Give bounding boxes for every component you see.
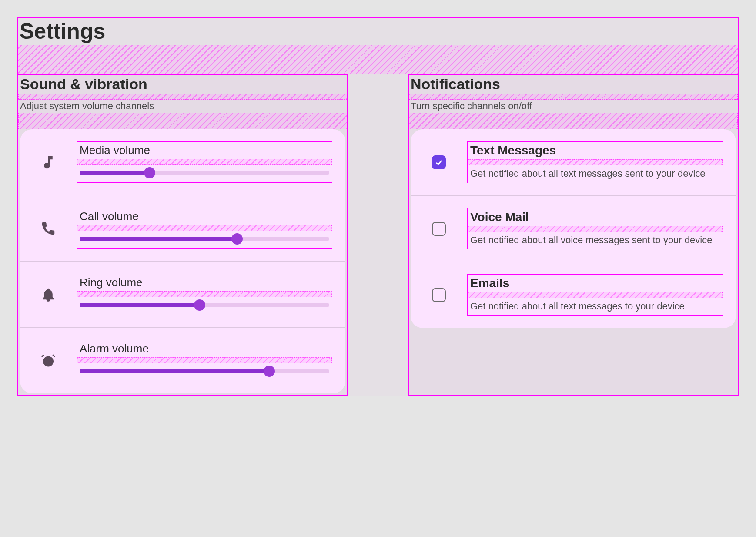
volume-row-alarm: Alarm volume [20, 328, 345, 393]
alarm-icon [37, 353, 59, 369]
notification-title: Text Messages [468, 142, 723, 159]
volume-row-body: Call volume [77, 208, 332, 249]
notifications-section: Notifications Turn specific channels on/… [408, 74, 738, 396]
notification-title: Emails [468, 275, 723, 292]
alarm-volume-slider[interactable] [80, 366, 329, 376]
spacer [18, 94, 347, 100]
volume-label: Media volume [77, 142, 332, 159]
spacer [18, 113, 347, 129]
spacer [18, 45, 738, 74]
notification-row-body: Emails Get notified about all text messa… [467, 274, 723, 316]
notifications-card: Text Messages Get notified about all tex… [411, 129, 736, 328]
notification-row-body: Voice Mail Get notified about all voice … [467, 208, 723, 250]
music-note-icon [37, 154, 59, 170]
spacer [77, 291, 332, 297]
notification-description: Get notified about all text messages to … [468, 298, 723, 315]
volume-row-body: Ring volume [77, 274, 332, 315]
spacer [77, 357, 332, 363]
notifications-section-title: Notifications [409, 75, 738, 94]
text-messages-checkbox[interactable] [432, 155, 446, 169]
phone-icon [37, 221, 59, 236]
volume-label: Ring volume [77, 274, 332, 291]
spacer [77, 159, 332, 165]
sound-section: Sound & vibration Adjust system volume c… [18, 74, 348, 396]
page-title: Settings [18, 18, 738, 45]
ring-volume-slider[interactable] [80, 300, 329, 310]
volume-row-body: Alarm volume [77, 340, 332, 381]
sound-section-title: Sound & vibration [18, 75, 347, 94]
spacer [409, 94, 738, 100]
volume-row-body: Media volume [77, 141, 332, 183]
call-volume-slider[interactable] [80, 234, 329, 244]
columns: Sound & vibration Adjust system volume c… [18, 74, 738, 396]
notification-title: Voice Mail [468, 208, 723, 226]
bell-icon [37, 287, 59, 302]
volume-label: Alarm volume [77, 340, 332, 357]
volume-row-media: Media volume [20, 129, 345, 195]
notification-description: Get notified about all voice messages se… [468, 232, 723, 249]
media-volume-slider[interactable] [80, 168, 329, 178]
spacer [409, 113, 738, 129]
notification-row-text-messages: Text Messages Get notified about all tex… [411, 129, 736, 196]
spacer [468, 226, 723, 232]
volume-row-call: Call volume [20, 195, 345, 262]
spacer [468, 292, 723, 298]
volume-row-ring: Ring volume [20, 262, 345, 328]
notifications-section-subtitle: Turn specific channels on/off [409, 100, 738, 113]
notification-row-body: Text Messages Get notified about all tex… [467, 141, 723, 183]
volume-label: Call volume [77, 208, 332, 225]
emails-checkbox[interactable] [432, 288, 446, 302]
sound-card: Media volume [20, 129, 345, 393]
spacer [77, 225, 332, 231]
spacer [468, 159, 723, 165]
sound-section-subtitle: Adjust system volume channels [18, 100, 347, 113]
settings-page: Settings Sound & vibration Adjust system… [17, 17, 739, 396]
notification-row-voicemail: Voice Mail Get notified about all voice … [411, 196, 736, 262]
voicemail-checkbox[interactable] [432, 222, 446, 236]
notification-description: Get notified about all text messages sen… [468, 165, 723, 183]
notification-row-emails: Emails Get notified about all text messa… [411, 262, 736, 328]
